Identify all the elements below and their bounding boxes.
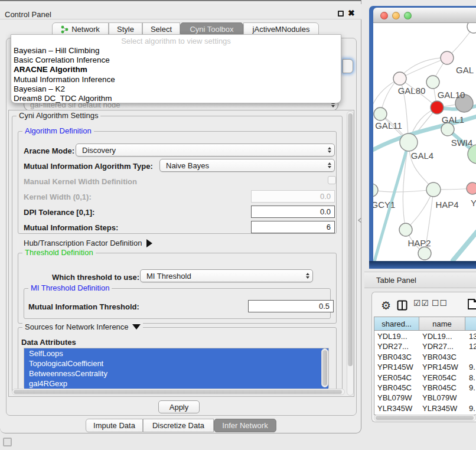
tab-discretize-data-label: Discretize Data <box>152 421 204 430</box>
node-gal1-red[interactable] <box>431 101 444 114</box>
settings-vertical-scrollbar[interactable] <box>347 111 354 396</box>
tab-infer-network-label: Infer Network <box>222 421 268 430</box>
tab-cyni-toolbox-label: Cyni Toolbox <box>190 25 233 34</box>
aracne-mode-combo[interactable]: Discovery <box>76 144 335 156</box>
tab-impute-data[interactable]: Impute Data <box>86 419 143 432</box>
sources-group-title-row[interactable]: Sources for Network Inference <box>22 322 143 331</box>
application-root: Control Panel ✖ Network Style Select Cyn… <box>0 0 476 450</box>
node-hap4[interactable] <box>426 182 441 197</box>
checked-boxes-icon[interactable]: ☑☑ <box>413 298 429 308</box>
mi-threshold-definition-title: MI Threshold Definition <box>28 283 112 292</box>
node-gal4[interactable] <box>400 133 418 151</box>
combo-arrows-icon <box>324 144 334 156</box>
combo-arrows-icon <box>324 159 334 171</box>
apply-button-label: Apply <box>169 403 189 412</box>
node-label: GAL4 <box>411 151 433 161</box>
table-row[interactable]: YBR043CYBR043C <box>374 352 476 362</box>
node-y[interactable] <box>467 182 476 194</box>
panel-divider-handle[interactable] <box>358 216 362 222</box>
node-gal10[interactable] <box>426 76 439 89</box>
node-label: GAL1 <box>442 115 464 125</box>
dropdown-item[interactable]: Mutual Information Inference <box>11 75 341 84</box>
table-row[interactable]: YPR145WYPR145W9. <box>374 362 476 372</box>
apply-button[interactable]: Apply <box>158 400 200 413</box>
algorithm-definition-title: Algorithm Definition <box>22 126 94 135</box>
which-threshold-label: Which threshold to use: <box>52 273 139 282</box>
hub-definition-expander[interactable]: Hub/Transcription Factor Definition <box>24 239 152 247</box>
control-panel-titlebar: Control Panel ✖ <box>0 4 361 19</box>
table-row[interactable]: YDR27...YDR27...12 <box>374 341 476 351</box>
node[interactable] <box>467 23 476 33</box>
table-panel-title: Table Panel <box>376 276 416 285</box>
list-item[interactable]: SelfLoops <box>24 348 328 358</box>
cyni-algorithm-settings-title: Cyni Algorithm Settings <box>17 111 100 120</box>
unchecked-boxes-icon[interactable]: ☐☐ <box>432 298 448 308</box>
dropdown-item[interactable]: Dream8 DC_TDC Algorithm <box>11 94 341 103</box>
table-row[interactable]: YER054CYER054C8. <box>374 373 476 383</box>
node-label: GCY1 <box>373 200 395 210</box>
tab-jactivemnodules-label: jActiveMNodules <box>253 25 310 34</box>
node-table: shared... name YDL19...YDL19...13 YDR27.… <box>374 317 476 415</box>
node-label: SWI4 <box>451 138 473 148</box>
zoom-traffic-light[interactable] <box>404 12 412 19</box>
manual-kernel-width-label: Manual Kernel Width Definition <box>24 177 137 186</box>
mi-threshold-label: Mutual Information Threshold: <box>28 302 139 311</box>
network-icon <box>61 25 69 34</box>
settings-horizontal-scrollbar[interactable] <box>12 389 345 395</box>
data-attributes-list: SelfLoops TopologicalCoefficient Between… <box>24 348 329 388</box>
mi-algorithm-type-value: Naive Bayes <box>160 161 324 170</box>
network-window-bottom-border <box>369 261 476 269</box>
gear-icon[interactable]: ⚙ <box>381 299 391 312</box>
close-traffic-light[interactable] <box>380 12 388 19</box>
node-label: GAL80 <box>398 86 426 96</box>
dropdown-item[interactable]: Basic Correlation Inference <box>11 56 341 65</box>
aracne-mode-value: Discovery <box>76 146 324 155</box>
node-gal80[interactable] <box>393 72 406 85</box>
which-threshold-value: MI Threshold <box>141 272 302 281</box>
table-row[interactable]: YDL19...YDL19...13 <box>374 331 476 341</box>
list-item[interactable]: gal4RGexp <box>24 379 328 389</box>
list-item[interactable]: TopologicalCoefficient <box>24 358 328 369</box>
node[interactable] <box>418 247 431 260</box>
mi-threshold-field[interactable]: 0.5 <box>248 300 334 312</box>
node-label: GAL10 <box>438 90 465 100</box>
network-window-titlebar[interactable] <box>373 8 476 23</box>
new-table-icon[interactable] <box>467 298 476 312</box>
table-row[interactable]: YBR045CYBR045C9. <box>374 383 476 393</box>
mi-algorithm-type-combo[interactable]: Naive Bayes <box>159 159 335 172</box>
list-vertical-scrollbar[interactable] <box>321 348 328 387</box>
manual-kernel-width-checkbox[interactable] <box>328 176 336 184</box>
which-threshold-combo[interactable]: MI Threshold <box>140 269 313 282</box>
algorithm-dropdown-placeholder: Select algorithm to view settings <box>11 35 341 46</box>
float-window-icon[interactable] <box>338 11 344 17</box>
column-header-partial[interactable] <box>465 317 476 331</box>
window-grip-icon[interactable] <box>3 438 12 446</box>
mi-steps-field[interactable]: 6 <box>251 221 335 233</box>
tab-network-label: Network <box>71 25 100 34</box>
column-header-name[interactable]: name <box>419 317 465 331</box>
node-gal11[interactable] <box>374 107 387 120</box>
table-horizontal-scrollbar[interactable] <box>374 415 476 421</box>
dpi-tolerance-field[interactable]: 0.0 <box>251 206 335 218</box>
algorithm-dropdown: Select algorithm to view settings Bayesi… <box>11 34 341 103</box>
node-swi4[interactable] <box>441 123 454 136</box>
dropdown-item[interactable]: Bayesian – Hill Climbing <box>11 46 341 56</box>
dropdown-item-selected[interactable]: ARACNE Algorithm <box>11 65 341 74</box>
node-hap2[interactable] <box>399 223 412 236</box>
tab-discretize-data[interactable]: Discretize Data <box>143 419 214 432</box>
table-row[interactable]: YLR345WYLR345W9. <box>374 403 476 413</box>
network-canvas[interactable]: GAL GAL80 GAL10 GAL1 GAL11 SWI4 GAL4 GCY… <box>373 23 476 261</box>
node-gal[interactable] <box>441 51 454 64</box>
list-item[interactable]: BetweennessCentrality <box>24 369 328 379</box>
inference-combo-edge <box>343 59 353 73</box>
split-columns-icon[interactable] <box>397 300 407 312</box>
kernel-width-field[interactable]: 0.0 <box>251 190 335 203</box>
close-icon[interactable]: ✖ <box>348 8 355 18</box>
network-view-window: GAL GAL80 GAL10 GAL1 GAL11 SWI4 GAL4 GCY… <box>369 6 476 269</box>
table-row[interactable]: YBL079WYBL079W <box>374 393 476 403</box>
dropdown-item[interactable]: Bayesian – K2 <box>11 84 341 94</box>
tab-infer-network[interactable]: Infer Network <box>214 419 276 432</box>
minimize-traffic-light[interactable] <box>392 12 400 19</box>
node-gcy1[interactable] <box>373 184 378 197</box>
column-header-shared-name[interactable]: shared... <box>374 317 419 331</box>
